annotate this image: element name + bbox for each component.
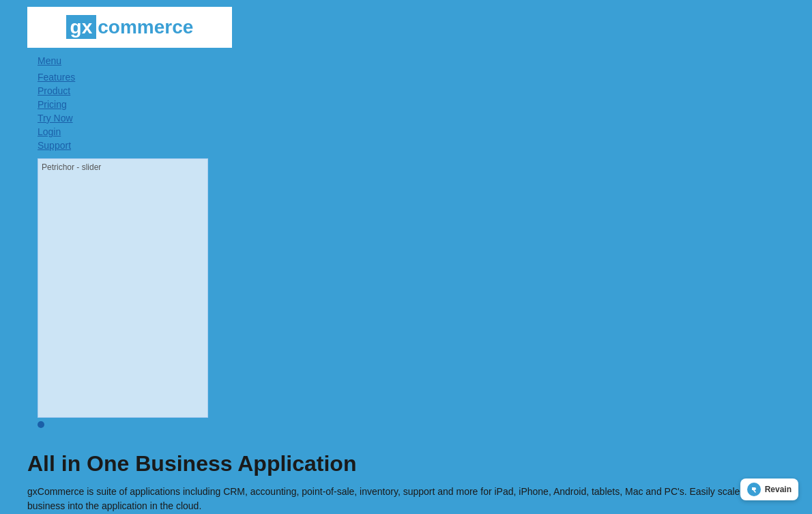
nav-item-trynow: Try Now (38, 112, 812, 124)
nav-link-trynow[interactable]: Try Now (38, 113, 73, 124)
menu-toggle-item: Menu (38, 55, 812, 67)
nav-item-features: Features (38, 71, 812, 83)
slider-image-label: Petrichor - slider (42, 162, 101, 172)
nav-link-login[interactable]: Login (38, 126, 61, 137)
nav-list: Features Product Pricing Try Now Login S… (0, 71, 812, 152)
revain-icon (747, 483, 761, 496)
logo-text: gxcommerce (66, 16, 194, 38)
nav-item-login: Login (38, 126, 812, 138)
revain-badge[interactable]: Revain (740, 479, 798, 500)
logo-commerce: commerce (98, 16, 193, 38)
hero-description: gxCommerce is suite of applications incl… (27, 485, 778, 513)
revain-label: Revain (765, 485, 792, 494)
hero-title: All in One Business Application (27, 451, 785, 476)
nav-link-product[interactable]: Product (38, 85, 70, 96)
nav-item-product: Product (38, 85, 812, 97)
menu-toggle-link[interactable]: Menu (38, 55, 61, 66)
main-content: All in One Business Application gxCommer… (0, 441, 812, 514)
slider-container: Petrichor - slider (0, 158, 812, 431)
header: gxcommerce (0, 0, 812, 55)
slider-dot-indicator (38, 421, 44, 428)
logo-container: gxcommerce (27, 7, 232, 48)
nav-link-pricing[interactable]: Pricing (38, 99, 67, 110)
nav-item-pricing: Pricing (38, 98, 812, 111)
slider-image: Petrichor - slider (38, 158, 208, 418)
nav-link-features[interactable]: Features (38, 72, 75, 83)
nav-item-support: Support (38, 139, 812, 152)
nav-link-support[interactable]: Support (38, 140, 71, 151)
logo-gx: gx (66, 15, 97, 39)
logo: gxcommerce (27, 7, 232, 48)
